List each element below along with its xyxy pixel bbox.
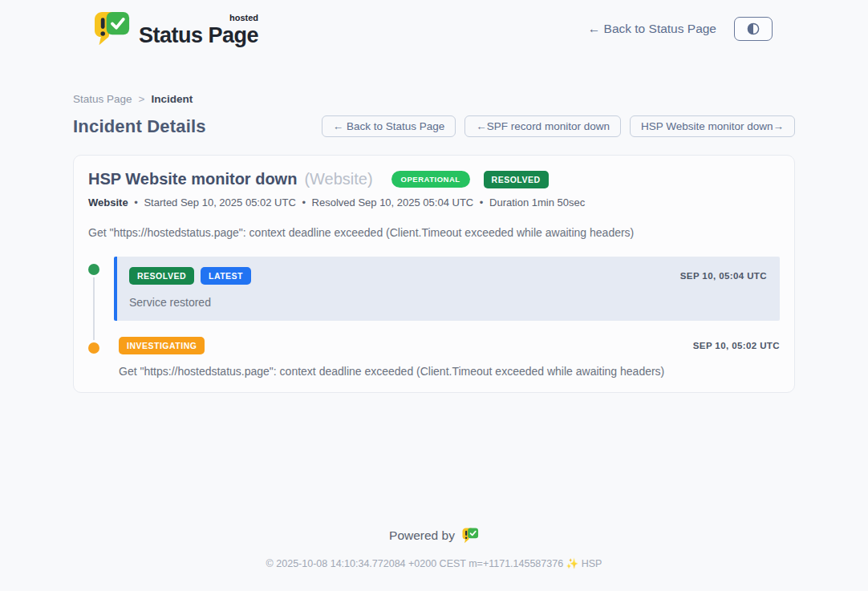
header: Status Page hosted ← Back to Status Page <box>73 0 795 47</box>
timeline-item-resolved: RESOLVED LATEST SEP 10, 05:04 UTC Servic… <box>88 257 780 321</box>
incident-card: HSP Website monitor down (Website) OPERA… <box>73 155 795 393</box>
update-timestamp: SEP 10, 05:02 UTC <box>693 341 780 350</box>
previous-incident-button[interactable]: ←SPF record monitor down <box>464 115 621 137</box>
update-message: Service restored <box>129 296 767 309</box>
incident-component: (Website) <box>304 170 372 188</box>
timeline-item-content: RESOLVED LATEST SEP 10, 05:04 UTC Servic… <box>114 257 780 321</box>
incident-meta: Website • Started Sep 10, 2025 05:02 UTC… <box>88 196 780 208</box>
copyright-text: © 2025-10-08 14:10:34.772084 +0200 CEST … <box>73 557 795 569</box>
meta-bullet: • <box>480 196 484 208</box>
timeline-dot-green <box>88 264 99 275</box>
investigating-update-badge: INVESTIGATING <box>119 337 205 354</box>
operational-status-badge: OPERATIONAL <box>391 171 470 188</box>
breadcrumb: Status Page > Incident <box>73 93 795 105</box>
incident-timeline: RESOLVED LATEST SEP 10, 05:04 UTC Servic… <box>88 257 780 378</box>
timeline-update-header: RESOLVED LATEST SEP 10, 05:04 UTC <box>129 267 767 285</box>
logo-link[interactable]: Status Page hosted <box>94 11 258 47</box>
update-message: Get "https://hostedstatus.page": context… <box>119 365 780 378</box>
latest-update-badge: LATEST <box>201 267 251 285</box>
contrast-icon <box>744 20 762 38</box>
header-actions: ← Back to Status Page <box>588 17 773 41</box>
breadcrumb-separator: > <box>139 93 145 105</box>
page-title: Incident Details <box>73 116 206 137</box>
page-head: Incident Details ← Back to Status Page ←… <box>73 115 795 137</box>
back-to-status-page-button[interactable]: ← Back to Status Page <box>322 115 456 137</box>
update-timestamp: SEP 10, 05:04 UTC <box>680 271 767 281</box>
resolved-update-badge: RESOLVED <box>129 267 194 285</box>
logo-hosted-label: hosted <box>229 14 258 22</box>
timeline-item-investigating: INVESTIGATING SEP 10, 05:02 UTC Get "htt… <box>88 335 780 378</box>
header-back-to-status-page-link[interactable]: ← Back to Status Page <box>588 22 716 36</box>
timeline-dot-orange <box>88 342 99 354</box>
incident-title-row: HSP Website monitor down (Website) OPERA… <box>88 170 780 188</box>
timeline-update-badges: INVESTIGATING <box>119 337 205 354</box>
footer: Powered by © 2025-10-08 14:10:34.772084 … <box>73 528 795 569</box>
incident-title: HSP Website monitor down <box>88 170 297 188</box>
status-page-logo-icon <box>94 11 131 47</box>
meta-bullet: • <box>302 196 306 208</box>
theme-toggle-button[interactable] <box>734 17 773 41</box>
meta-started: Started Sep 10, 2025 05:02 UTC <box>144 196 295 208</box>
timeline-update-header: INVESTIGATING SEP 10, 05:02 UTC <box>119 337 780 354</box>
logo-title: Status Page hosted <box>139 15 258 47</box>
timeline-latest-update-box: RESOLVED LATEST SEP 10, 05:04 UTC Servic… <box>114 257 780 321</box>
meta-resolved: Resolved Sep 10, 2025 05:04 UTC <box>312 196 474 208</box>
breadcrumb-status-page[interactable]: Status Page <box>73 93 132 105</box>
meta-duration: Duration 1min 50sec <box>489 196 585 208</box>
timeline-update-badges: RESOLVED LATEST <box>129 267 251 285</box>
timeline-update-box: INVESTIGATING SEP 10, 05:02 UTC Get "htt… <box>114 335 780 378</box>
breadcrumb-incident: Incident <box>151 93 193 105</box>
next-incident-button[interactable]: HSP Website monitor down→ <box>630 115 795 137</box>
timeline-item-content: INVESTIGATING SEP 10, 05:02 UTC Get "htt… <box>114 335 780 378</box>
meta-bullet: • <box>134 196 138 208</box>
status-page-logo-icon-small <box>462 528 479 544</box>
resolved-status-badge: RESOLVED <box>484 171 549 188</box>
incident-nav-buttons: ← Back to Status Page ←SPF record monito… <box>322 115 795 137</box>
powered-by-label: Powered by <box>389 528 455 543</box>
meta-component: Website <box>88 196 128 208</box>
incident-description: Get "https://hostedstatus.page": context… <box>88 226 780 239</box>
powered-by-link[interactable]: Powered by <box>389 528 479 544</box>
